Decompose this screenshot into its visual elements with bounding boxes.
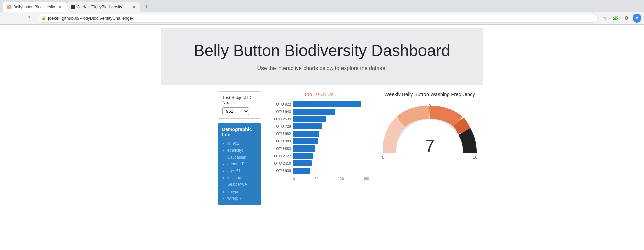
hero-subtitle: Use the interactive charts below to expl… (167, 65, 477, 71)
back-button[interactable]: ← (3, 14, 11, 23)
bar-fill (293, 109, 335, 115)
tab-2[interactable]: JoeKell/PlotlyBiodiversityChallenǵ... ✕ (67, 2, 140, 12)
tab1-title: Bellybutton Biodiversity (13, 5, 55, 9)
demographic-title: Demographic Info (222, 127, 257, 137)
demo-info-item: location: Seattle/WA (227, 174, 257, 188)
browser-chrome: Bellybutton Biodiversity ✕ JoeKell/Plotl… (0, 0, 644, 25)
bar-fill (293, 153, 313, 159)
refresh-button[interactable]: ↻ (26, 14, 34, 23)
bar-label: OTU 883 (268, 147, 291, 151)
hero-title: Belly Button Biodiversity Dashboard (167, 41, 477, 60)
profile-icon[interactable]: A (633, 14, 641, 23)
subject-select[interactable]: 952 (222, 107, 249, 115)
bar-row: OTU 728 (268, 123, 369, 129)
demographic-panel: Demographic Info id: 952ethnicity: Cauca… (218, 123, 261, 205)
forward-button[interactable]: → (14, 14, 23, 23)
bar-track (293, 153, 369, 159)
bar-fill (293, 101, 361, 107)
new-tab-button[interactable]: + (142, 2, 151, 12)
tab2-close-icon[interactable]: ✕ (131, 4, 136, 10)
bar-fill (293, 123, 322, 129)
address-bar[interactable]: 🔒 joekell.github.io/PlotlyBiodiversityCh… (37, 14, 598, 23)
gauge-svg (379, 99, 480, 166)
gauge-value: 7 (425, 136, 435, 156)
address-text: joekell.github.io/PlotlyBiodiversityChal… (48, 16, 593, 21)
tab1-close-icon[interactable]: ✕ (57, 4, 63, 10)
demo-info-item: ethnicity: Caucasian (227, 147, 257, 161)
gauge-chart-panel: Weekly Belly Button Washing Frequency (376, 91, 483, 166)
bar-track (293, 145, 369, 152)
bar-label: OTU 922 (268, 102, 291, 106)
bar-chart-title: Top 10 OTUs (268, 91, 369, 97)
gauge-title: Weekly Belly Button Washing Frequency (376, 91, 483, 97)
demo-info-item: age: 51 (227, 168, 257, 174)
toolbar-icons: ☆ 🧩 ⚙ A (600, 14, 641, 23)
bar-fill (293, 138, 318, 144)
bar-axis: 050100150 (268, 177, 369, 181)
bar-track (293, 116, 369, 122)
axis-label: 100 (338, 177, 344, 181)
bar-label: OTU 2539 (268, 117, 291, 121)
gauge-label-right: 10 (473, 155, 477, 160)
bar-row: OTU 2419 (268, 160, 369, 166)
axis-label: 150 (363, 177, 369, 181)
demo-info-item: wfreq: 7 (227, 195, 257, 202)
bar-track (293, 131, 369, 137)
axis-label: 0 (293, 177, 295, 181)
bar-fill (293, 160, 312, 166)
axis-label: 50 (315, 177, 318, 181)
bar-row: OTU 989 (268, 138, 369, 144)
bar-track (293, 160, 369, 166)
bar-chart-container: OTU 922OTU 943OTU 2539OTU 728OTU 982OTU … (268, 100, 369, 176)
bar-label: OTU 2419 (268, 161, 291, 165)
bar-fill (293, 131, 319, 137)
bar-label: OTU 989 (268, 139, 291, 143)
bar-row: OTU 939 (268, 168, 369, 174)
subject-selector: Test Subject ID No.: 952 (218, 91, 261, 119)
bar-fill (293, 145, 315, 152)
bar-row: OTU 922 (268, 101, 369, 107)
tab2-favicon (71, 5, 75, 9)
tab-1[interactable]: Bellybutton Biodiversity ✕ (3, 2, 67, 12)
bar-track (293, 101, 369, 107)
bar-fill (293, 168, 310, 174)
bar-row: OTU 982 (268, 131, 369, 137)
extensions-icon[interactable]: ⚙ (622, 14, 631, 23)
subject-label: Test Subject ID No.: (222, 95, 257, 105)
tab2-title: JoeKell/PlotlyBiodiversityChallenǵ... (77, 5, 129, 9)
demographic-list: id: 952ethnicity: Caucasiangender: Fage:… (222, 140, 257, 202)
bar-track (293, 123, 369, 129)
dashboard-row: Test Subject ID No.: 952 Demographic Inf… (110, 85, 534, 212)
left-panel: Test Subject ID No.: 952 Demographic Inf… (218, 91, 261, 205)
bar-label: OTU 939 (268, 169, 291, 173)
bar-row: OTU 2722 (268, 153, 369, 159)
star-icon[interactable]: ☆ (600, 14, 609, 23)
bar-track (293, 138, 369, 144)
bar-chart-panel: Top 10 OTUs OTU 922OTU 943OTU 2539OTU 72… (268, 91, 369, 181)
page-content: Belly Button Biodiversity Dashboard Use … (0, 28, 644, 250)
bar-label: OTU 2722 (268, 154, 291, 158)
tab-bar: Bellybutton Biodiversity ✕ JoeKell/Plotl… (0, 0, 644, 12)
hero-banner: Belly Button Biodiversity Dashboard Use … (161, 28, 483, 85)
tab1-favicon (7, 5, 11, 9)
address-bar-row: ← → ↻ 🔒 joekell.github.io/PlotlyBiodiver… (0, 12, 644, 24)
bar-row: OTU 2539 (268, 116, 369, 122)
bar-row: OTU 883 (268, 145, 369, 152)
bar-row: OTU 943 (268, 109, 369, 115)
bar-label: OTU 728 (268, 124, 291, 128)
gauge-label-top: 5 (429, 102, 431, 107)
demo-info-item: bbtype: I (227, 188, 257, 195)
lock-icon: 🔒 (41, 16, 46, 20)
extension-icon[interactable]: 🧩 (611, 14, 620, 23)
demo-info-item: id: 952 (227, 140, 257, 147)
bar-fill (293, 116, 326, 122)
bar-track (293, 168, 369, 174)
bar-label: OTU 982 (268, 132, 291, 136)
gauge-label-left: 0 (382, 155, 384, 160)
demo-info-item: gender: F (227, 161, 257, 167)
bar-track (293, 109, 369, 115)
bar-label: OTU 943 (268, 110, 291, 114)
gauge-container: 7 0 10 5 (379, 99, 480, 166)
